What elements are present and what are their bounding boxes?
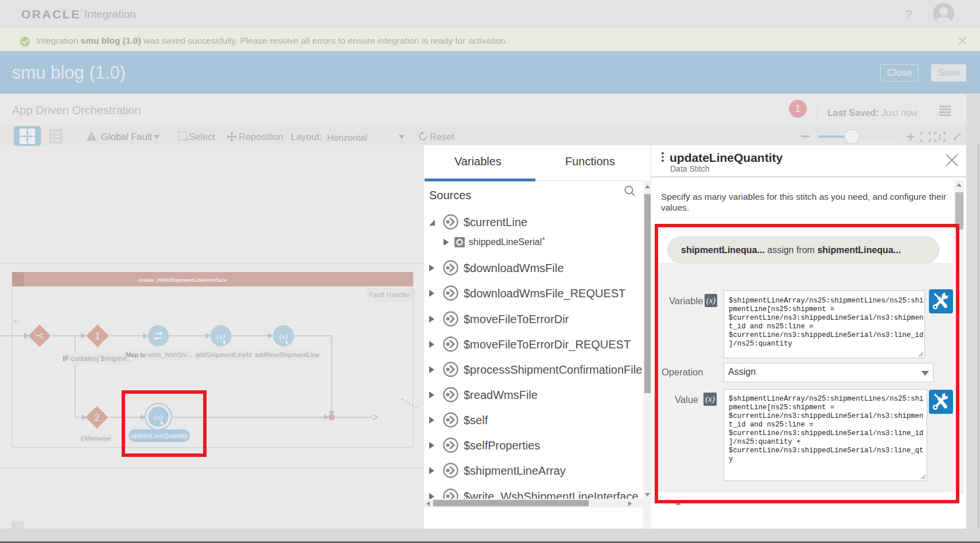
svg-text:create_WshShipmentLineInterfac: create_WshShipmentLineInterface bbox=[138, 277, 227, 283]
svg-text:2: 2 bbox=[94, 412, 99, 423]
svg-text:1: 1 bbox=[95, 331, 100, 342]
svg-text:(x): (x) bbox=[217, 332, 225, 340]
svg-text:(x): (x) bbox=[279, 332, 287, 340]
